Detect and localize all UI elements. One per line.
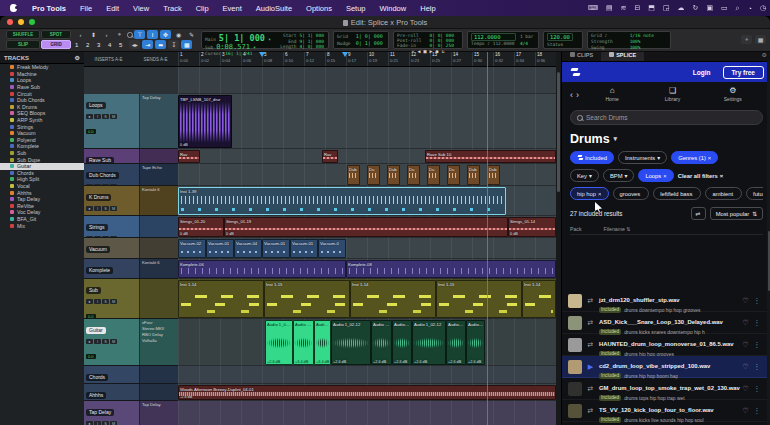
record-enable-button[interactable]: ● bbox=[86, 206, 93, 211]
audio-clip[interactable]: Dub bbox=[487, 165, 500, 185]
pack-artwork[interactable] bbox=[568, 360, 582, 374]
play-loop-icon[interactable] bbox=[586, 341, 595, 349]
nudge-value[interactable]: 0| 1| 000 bbox=[356, 40, 385, 47]
audio-clip[interactable]: Vacuum-02 bbox=[178, 239, 206, 258]
audio-clip[interactable]: Rav bbox=[322, 150, 338, 163]
track-lane[interactable] bbox=[178, 94, 556, 149]
audio-clip[interactable]: Rav bbox=[178, 150, 200, 163]
audio-clip[interactable]: Strngs_01-14 0 dB bbox=[508, 217, 556, 237]
input-monitor-button[interactable]: I bbox=[94, 339, 101, 344]
track-header-name[interactable]: Loops bbox=[86, 102, 106, 109]
selection-end-marker[interactable] bbox=[342, 52, 348, 57]
sidebar-track-item[interactable]: Circuit bbox=[0, 90, 84, 97]
track-volume[interactable]: 0.0 bbox=[86, 354, 96, 359]
track-inserts[interactable] bbox=[139, 149, 178, 163]
selector-tool-icon[interactable]: I bbox=[147, 30, 158, 39]
audio-clip[interactable]: Vacuum-01 bbox=[290, 239, 318, 258]
solo-button[interactable]: S bbox=[102, 421, 109, 425]
search-input[interactable]: Search Drums bbox=[570, 110, 763, 125]
audio-clip[interactable]: Audio 1_ +3.4 dB bbox=[314, 320, 331, 365]
key-filter-pill[interactable]: Key ▾ bbox=[570, 169, 599, 182]
track-header-name[interactable]: Strings bbox=[86, 224, 108, 231]
clear-all-filters-button[interactable]: Clear all filters × bbox=[678, 173, 723, 179]
sidebar-track-item[interactable]: Rave Sub bbox=[0, 84, 84, 91]
audio-clip[interactable]: Audio 1_0 +2.6 dB bbox=[446, 320, 466, 365]
included-filter-pill[interactable]: Included bbox=[570, 151, 614, 164]
audio-clip[interactable]: Du bbox=[427, 165, 440, 185]
sample-row[interactable]: cd2_drum_loop_vibe_stripped_100.wav Incl… bbox=[562, 356, 767, 378]
record-enable-button[interactable]: ● bbox=[86, 299, 93, 304]
play-loop-icon[interactable] bbox=[586, 407, 595, 415]
pack-column-label[interactable]: Pack bbox=[570, 226, 582, 232]
ruler-bar[interactable]: 13 0:25 bbox=[430, 52, 451, 66]
solo-button[interactable]: S bbox=[102, 339, 109, 344]
nav-library[interactable]: ❏Library bbox=[642, 87, 702, 102]
trim-tool-icon[interactable]: ⊤ bbox=[134, 30, 145, 39]
tempo-value[interactable]: 112.0000 bbox=[493, 41, 515, 46]
track-header-name[interactable]: Sub bbox=[86, 287, 101, 294]
menu-item[interactable]: Event bbox=[216, 4, 249, 13]
menu-item[interactable]: Help bbox=[413, 4, 442, 13]
audio-clip[interactable]: Strngs_01-20 0 dB bbox=[178, 217, 224, 237]
meter-value[interactable]: 4/4 bbox=[520, 41, 535, 46]
spot-mode-button[interactable]: SPOT bbox=[41, 30, 71, 39]
audio-clip[interactable]: Strngs_01-19 0 dB bbox=[224, 217, 508, 237]
play-loop-icon[interactable] bbox=[586, 297, 595, 305]
instruments-filter-pill[interactable]: Instruments ▾ bbox=[618, 151, 667, 164]
remove-genres-icon[interactable]: × bbox=[708, 155, 712, 161]
track-header[interactable]: Sub ● I S M 0.0 bbox=[84, 279, 178, 319]
sidebar-track-item[interactable]: K Drums bbox=[0, 104, 84, 111]
audio-clip[interactable]: Vacuum-01 bbox=[206, 239, 234, 258]
sample-row[interactable]: TS_VV_120_kick_loop_four_to_floor.wav In… bbox=[562, 400, 767, 422]
nav-settings[interactable]: ⚙Settings bbox=[703, 87, 763, 102]
ruler-bar[interactable]: 11 0:21 bbox=[388, 52, 409, 66]
status-icon[interactable]: ▭ bbox=[717, 4, 732, 12]
menu-app-name[interactable]: Pro Tools bbox=[25, 4, 73, 13]
sidebar-track-item[interactable]: Voc Delay bbox=[0, 209, 84, 216]
track-header-name[interactable]: Tap Delay bbox=[86, 409, 114, 416]
grid-mode-button[interactable]: GRID bbox=[41, 40, 71, 49]
status-icon[interactable]: ◲ bbox=[659, 4, 674, 12]
track-header-name[interactable]: Vacuum bbox=[86, 246, 110, 253]
zoom-toggle-icon[interactable]: ⬍ bbox=[88, 30, 99, 39]
favorite-icon[interactable]: ♡ bbox=[742, 407, 748, 415]
sidebar-track-item[interactable]: Vocal bbox=[0, 183, 84, 190]
audio-clip[interactable]: Vacuum-04 bbox=[234, 239, 262, 258]
audio-clip[interactable]: Vacuum-0 bbox=[318, 239, 346, 258]
sub-counter-value[interactable]: 0:08.571 bbox=[216, 43, 250, 51]
play-loop-icon[interactable] bbox=[586, 385, 595, 393]
sidebar-track-item[interactable]: Loops bbox=[0, 77, 84, 84]
grabber-tool-icon[interactable]: ✥ bbox=[160, 30, 171, 39]
sidebar-track-item[interactable]: SEQ Bloops bbox=[0, 110, 84, 117]
target-icon[interactable]: ⌖ bbox=[114, 30, 125, 39]
shuffle-mode-button[interactable]: SHUFFLE bbox=[6, 30, 40, 39]
playhead[interactable] bbox=[487, 52, 488, 425]
solo-button[interactable]: S bbox=[102, 299, 109, 304]
sample-filename[interactable]: HAUNTED_drum_loop_monoverse_01_86.5.wav bbox=[599, 341, 734, 347]
track-inserts[interactable] bbox=[139, 366, 178, 383]
menu-item[interactable]: Setup bbox=[339, 4, 373, 13]
sidebar-track-item[interactable]: Sub bbox=[0, 150, 84, 157]
status-icon[interactable]: ⬒ bbox=[644, 4, 659, 12]
record-enable-button[interactable]: ● bbox=[86, 339, 93, 344]
audio-clip[interactable]: Inst 1-14 bbox=[178, 280, 264, 318]
ruler-bar[interactable]: 18 0:36 bbox=[535, 52, 556, 66]
more-options-icon[interactable]: ⋮ bbox=[753, 385, 762, 393]
count-in[interactable]: 1 bar bbox=[520, 34, 535, 39]
try-free-button[interactable]: Try free bbox=[723, 66, 765, 79]
audio-clip[interactable]: Vacuum-01 bbox=[262, 239, 290, 258]
input-monitor-button[interactable]: I bbox=[94, 184, 101, 185]
tracks-gear-icon[interactable]: ⚙ bbox=[75, 54, 80, 61]
solo-button[interactable]: S bbox=[102, 206, 109, 211]
tag-pill[interactable]: ambient bbox=[705, 187, 742, 200]
audio-clip[interactable]: Audio 1_02-12 +2.6 dB bbox=[331, 320, 371, 365]
sample-row[interactable]: jzt_drm120_shuffler_stp.wav Included dru… bbox=[562, 290, 767, 312]
audio-clip[interactable]: Audio 1_02-01 +2.6 dB bbox=[265, 320, 293, 365]
track-lane[interactable] bbox=[178, 66, 556, 94]
favorite-icon[interactable]: ♡ bbox=[742, 319, 748, 327]
track-inserts[interactable] bbox=[139, 279, 178, 318]
solo-button[interactable]: S bbox=[102, 114, 109, 119]
solo-button[interactable]: S bbox=[102, 236, 109, 237]
nav-home[interactable]: ⌂Home bbox=[582, 87, 642, 102]
status-icon[interactable]: ⌕ bbox=[732, 4, 744, 12]
